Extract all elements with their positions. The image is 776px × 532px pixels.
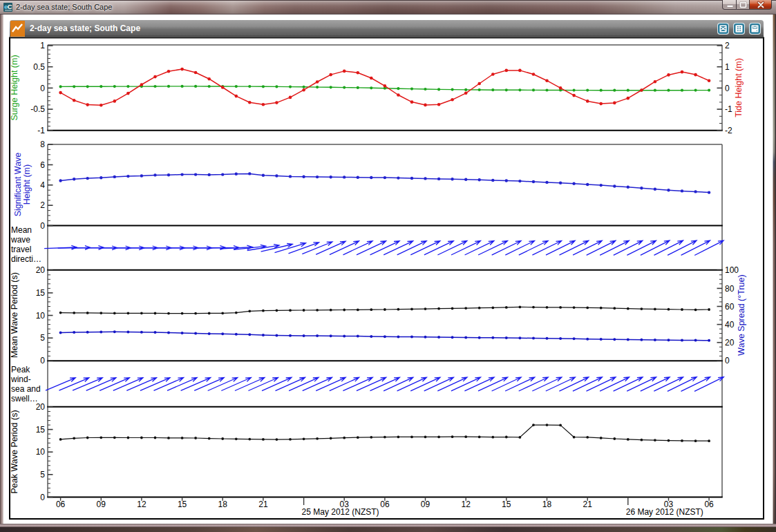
svg-text:6: 6 xyxy=(40,160,45,170)
svg-text:swell…: swell… xyxy=(11,394,38,403)
svg-text:09: 09 xyxy=(421,500,430,509)
svg-text:15: 15 xyxy=(36,425,46,435)
svg-text:80: 80 xyxy=(725,284,735,294)
svg-text:Height (m): Height (m) xyxy=(22,164,32,205)
svg-text:0: 0 xyxy=(40,84,45,93)
svg-text:4: 4 xyxy=(40,180,45,190)
svg-text:2: 2 xyxy=(725,41,730,50)
svg-text:25 May 2012 (NZST): 25 May 2012 (NZST) xyxy=(302,507,379,517)
svg-text:21: 21 xyxy=(258,500,268,509)
svg-text:18: 18 xyxy=(218,500,228,509)
svg-text:20: 20 xyxy=(36,265,46,275)
svg-text:0: 0 xyxy=(725,356,730,365)
svg-text:40: 40 xyxy=(725,320,735,330)
svg-text:Significant Wave: Significant Wave xyxy=(13,153,23,217)
svg-text:Mean Wave Period (s): Mean Wave Period (s) xyxy=(10,272,19,358)
svg-text:15: 15 xyxy=(178,500,187,509)
svg-text:sea and: sea and xyxy=(11,384,41,394)
svg-text:12: 12 xyxy=(137,500,146,509)
svg-text:0: 0 xyxy=(40,493,45,502)
svg-text:10: 10 xyxy=(36,311,46,321)
svg-text:0: 0 xyxy=(40,356,45,365)
svg-text:Tide Height (m): Tide Height (m) xyxy=(734,58,744,117)
svg-text:06: 06 xyxy=(56,500,66,509)
svg-text:travel: travel xyxy=(11,245,31,254)
svg-text:wind-: wind- xyxy=(10,374,31,384)
svg-text:21: 21 xyxy=(583,500,593,509)
svg-text:15: 15 xyxy=(502,500,511,509)
svg-text:0.5: 0.5 xyxy=(33,62,45,72)
svg-text:15: 15 xyxy=(36,288,46,298)
svg-text:06: 06 xyxy=(704,500,714,509)
svg-text:20: 20 xyxy=(36,402,46,412)
svg-text:-1: -1 xyxy=(37,126,45,135)
svg-text:directi…: directi… xyxy=(11,254,41,264)
svg-text:1: 1 xyxy=(725,62,730,72)
svg-text:5: 5 xyxy=(40,470,45,479)
svg-text:5: 5 xyxy=(40,333,45,343)
svg-text:20: 20 xyxy=(725,338,735,348)
svg-text:-1: -1 xyxy=(725,104,732,114)
svg-text:09: 09 xyxy=(97,500,106,509)
svg-text:-2: -2 xyxy=(725,126,732,135)
svg-text:0: 0 xyxy=(40,221,45,231)
svg-text:Surge Height (m): Surge Height (m) xyxy=(10,55,19,120)
svg-text:06: 06 xyxy=(380,500,390,509)
svg-text:12: 12 xyxy=(462,500,471,509)
svg-text:1: 1 xyxy=(40,41,45,50)
svg-text:26 May 2012 (NZST): 26 May 2012 (NZST) xyxy=(626,507,703,517)
svg-text:wave: wave xyxy=(10,235,30,245)
svg-text:2: 2 xyxy=(40,200,45,210)
svg-text:18: 18 xyxy=(542,500,552,509)
svg-text:Peak Wave Period (s): Peak Wave Period (s) xyxy=(10,410,19,493)
svg-text:100: 100 xyxy=(725,265,739,275)
svg-text:0: 0 xyxy=(725,84,730,93)
svg-text:60: 60 xyxy=(725,302,735,312)
svg-text:-0.5: -0.5 xyxy=(30,104,45,114)
svg-text:10: 10 xyxy=(36,447,46,457)
svg-text:8: 8 xyxy=(40,140,45,149)
svg-text:Wave Spread (°True): Wave Spread (°True) xyxy=(737,274,746,355)
svg-text:Peak: Peak xyxy=(11,365,30,374)
svg-text:Mean: Mean xyxy=(11,225,32,235)
